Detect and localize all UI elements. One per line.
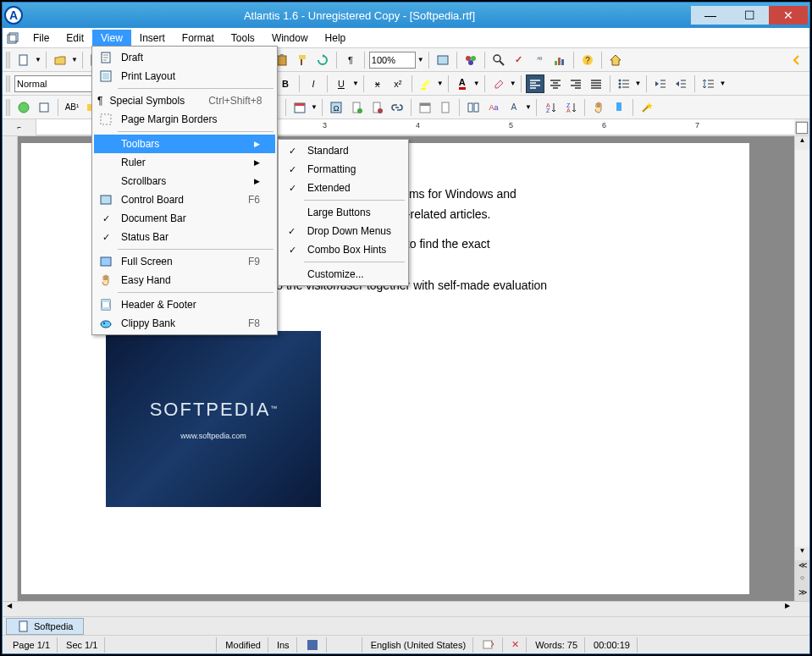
wand-button[interactable]: [638, 98, 656, 117]
minimize-button[interactable]: —: [691, 6, 730, 25]
status-save-icon[interactable]: [299, 637, 327, 653]
control-board-button[interactable]: [434, 51, 452, 69]
next-page-button[interactable]: ≫: [795, 587, 809, 601]
document-tab[interactable]: Softpedia: [6, 618, 84, 635]
close-button[interactable]: ✕: [769, 6, 808, 25]
horizontal-scrollbar[interactable]: ◀ ▶: [3, 601, 809, 616]
status-spell-icon[interactable]: [475, 637, 503, 653]
insert-field-button[interactable]: [347, 98, 366, 117]
browse-object-button[interactable]: ○: [795, 574, 809, 587]
ext-btn-cal[interactable]: [416, 98, 434, 117]
menu-document-bar[interactable]: Document Bar: [94, 209, 275, 228]
menu-full-screen[interactable]: Full Screen F9: [94, 252, 275, 271]
spell-check-button[interactable]: ✓: [510, 51, 528, 69]
bullets-button[interactable]: [615, 74, 633, 93]
spellcheck-abc-button[interactable]: ᴬᴮ: [530, 51, 549, 69]
sort-asc-button[interactable]: AZ: [541, 98, 560, 117]
repeat-button[interactable]: [313, 51, 332, 69]
bold-button[interactable]: B: [276, 74, 295, 93]
format-painter-button[interactable]: [293, 51, 312, 69]
menu-page-margin-borders[interactable]: Page Margin Borders: [94, 110, 275, 129]
uppercase-button[interactable]: A: [505, 98, 523, 117]
highlight-button[interactable]: [417, 74, 435, 93]
insert-bookmark-button[interactable]: [367, 98, 386, 117]
menu-special-symbols[interactable]: ¶ Special Symbols Ctrl+Shift+8: [94, 91, 275, 110]
menu-clippy-bank[interactable]: Clippy Bank F8: [94, 314, 275, 333]
menu-toolbars[interactable]: Toolbars ▶: [94, 135, 275, 153]
status-language[interactable]: English (United States): [364, 637, 474, 653]
menu-ruler[interactable]: Ruler ▶: [94, 153, 275, 172]
maximize-button[interactable]: ☐: [730, 6, 769, 25]
submenu-extended[interactable]: Extended: [280, 179, 406, 197]
easy-hand-button[interactable]: [589, 98, 608, 117]
scroll-up-button[interactable]: ▲: [795, 136, 809, 150]
ext-btn-3[interactable]: AB¹: [63, 98, 81, 117]
align-justify-button[interactable]: [587, 74, 605, 93]
scroll-right-button[interactable]: ▶: [781, 602, 794, 616]
menu-tools[interactable]: Tools: [223, 30, 263, 47]
case-button[interactable]: Aa: [484, 98, 503, 117]
scroll-down-button[interactable]: ▼: [795, 547, 809, 560]
submenu-drop-down-menus[interactable]: Drop Down Menus: [280, 222, 406, 240]
toolbar-grip-icon[interactable]: [6, 75, 11, 92]
menu-easy-hand[interactable]: Easy Hand: [94, 271, 275, 289]
ext-btn-doc[interactable]: [436, 98, 455, 117]
font-color-button[interactable]: A: [453, 74, 472, 93]
ext-btn-2[interactable]: [35, 98, 53, 117]
toolbar-grip-icon[interactable]: [6, 99, 11, 116]
insert-symbol-button[interactable]: Ω: [327, 98, 345, 117]
align-right-button[interactable]: [566, 74, 585, 93]
menu-help[interactable]: Help: [317, 30, 355, 47]
toolbar-overflow-button[interactable]: [787, 51, 806, 69]
submenu-large-buttons[interactable]: Large Buttons: [280, 203, 406, 222]
menu-format[interactable]: Format: [174, 30, 223, 47]
menu-insert[interactable]: Insert: [131, 30, 174, 47]
zoom-combo[interactable]: [369, 52, 416, 69]
indent-increase-button[interactable]: [671, 74, 690, 93]
superscript-button[interactable]: x²: [389, 74, 407, 93]
vertical-ruler[interactable]: [3, 136, 18, 601]
menu-scrollbars[interactable]: Scrollbars ▶: [94, 172, 275, 190]
toolbar-grip-icon[interactable]: [6, 52, 11, 69]
color-button[interactable]: [461, 51, 480, 69]
new-button[interactable]: [14, 51, 33, 69]
erase-format-button[interactable]: [489, 74, 508, 93]
menu-status-bar[interactable]: Status Bar: [94, 228, 275, 246]
bookmark-nav-button[interactable]: [610, 98, 628, 117]
prev-page-button[interactable]: ≪: [795, 560, 809, 574]
submenu-combo-box-hints[interactable]: Combo Box Hints: [280, 240, 406, 259]
status-words[interactable]: Words: 75: [528, 637, 585, 653]
doc-restore-icon[interactable]: [6, 31, 19, 45]
line-spacing-button[interactable]: [699, 74, 718, 93]
underline-button[interactable]: U: [332, 74, 351, 93]
menu-window[interactable]: Window: [263, 30, 317, 47]
sort-desc-button[interactable]: ZA: [561, 98, 580, 117]
menu-file[interactable]: File: [25, 30, 58, 47]
insert-hyperlink-button[interactable]: [388, 98, 406, 117]
indent-decrease-button[interactable]: [651, 74, 670, 93]
columns-button[interactable]: [464, 98, 483, 117]
vertical-scrollbar[interactable]: ▲ ▼ ≪ ○ ≫: [794, 136, 809, 601]
align-left-button[interactable]: [526, 74, 544, 93]
menu-control-board[interactable]: Control Board F6: [94, 190, 275, 209]
help-button[interactable]: ?: [578, 51, 597, 69]
paragraph-marks-button[interactable]: ¶: [341, 51, 360, 69]
strike-button[interactable]: x: [368, 74, 387, 93]
menu-view[interactable]: View: [92, 30, 131, 47]
status-check-icon[interactable]: ✕: [505, 637, 527, 653]
ext-btn-1[interactable]: [14, 98, 33, 117]
align-center-button[interactable]: [546, 74, 565, 93]
scroll-left-button[interactable]: ◀: [3, 602, 16, 616]
status-insert-mode[interactable]: Ins: [270, 637, 297, 653]
submenu-customize[interactable]: Customize...: [280, 265, 406, 284]
menu-print-layout[interactable]: Print Layout: [94, 67, 275, 85]
insert-date-button[interactable]: [290, 98, 309, 117]
submenu-formatting[interactable]: Formatting: [280, 160, 406, 179]
ruler-toggle-button[interactable]: [794, 119, 809, 135]
submenu-standard[interactable]: Standard: [280, 141, 406, 160]
open-button[interactable]: [51, 51, 69, 69]
find-button[interactable]: [489, 51, 508, 69]
stats-button[interactable]: [550, 51, 569, 69]
menu-header-footer[interactable]: Header & Footer: [94, 295, 275, 314]
italic-button[interactable]: I: [304, 74, 323, 93]
